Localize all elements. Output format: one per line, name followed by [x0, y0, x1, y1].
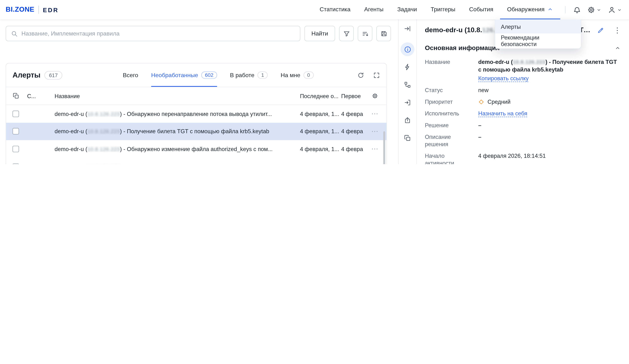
search-box — [6, 26, 300, 41]
last-update-cell: 4 февраля, 1... — [300, 128, 341, 134]
first-seen-cell: 4 февра — [341, 128, 369, 134]
main-info-fields: Название demo-edr-u (10.8.126.223) - Пол… — [425, 58, 621, 164]
filter-icon — [343, 30, 350, 37]
alerts-card-header: Алерты 617 Всего Необработанные 602 В ра… — [6, 63, 386, 87]
assign-to-me-link[interactable]: Назначить на себя — [478, 110, 527, 117]
process-tree-icon[interactable] — [401, 78, 414, 91]
blurred-ip: 10.8.126.223 — [87, 128, 120, 134]
nav-triggers[interactable]: Триггеры — [424, 0, 462, 19]
topbar: BI.ZONE EDR Статистика Агенты Задачи Три… — [0, 0, 629, 19]
select-all-icon[interactable] — [12, 92, 19, 99]
collapse-section-icon[interactable] — [615, 45, 621, 51]
nav-statistics[interactable]: Статистика — [313, 0, 357, 19]
main-nav: Статистика Агенты Задачи Триггеры Событи… — [313, 0, 560, 19]
section-title: Основная информация — [425, 44, 500, 52]
resolution-value: – — [478, 122, 621, 129]
blurred-ip: 10.8.126.223 — [87, 164, 120, 164]
alerts-card: Алерты 617 Всего Необработанные 602 В ра… — [6, 63, 387, 164]
bizone-logo: BI.ZONE — [6, 6, 34, 14]
detections-dropdown-menu: Алерты Рекомендации безопасности — [495, 19, 581, 49]
search-input[interactable] — [21, 30, 295, 37]
tab-all[interactable]: Всего — [123, 63, 138, 87]
logo: BI.ZONE EDR — [6, 0, 59, 19]
dropdown-item-security-recommendations[interactable]: Рекомендации безопасности — [495, 33, 581, 48]
row-checkbox[interactable] — [12, 110, 19, 117]
scrollbar-thumb[interactable] — [383, 131, 385, 164]
copy-link[interactable]: Копировать ссылку — [478, 75, 529, 82]
settings-gear-icon[interactable] — [586, 5, 603, 15]
table-row[interactable]: demo-edr-u (10.8.126.223) - Модификация … — [6, 158, 386, 164]
detail-icon-rail — [399, 19, 417, 164]
blurred-ip: 10.8.126.223 — [87, 146, 120, 152]
lightning-icon[interactable] — [401, 60, 414, 74]
column-header-status[interactable]: С... — [27, 93, 55, 99]
table-row[interactable]: demo-edr-u (10.8.126.223) - Обнаружено и… — [6, 140, 386, 158]
column-header-last-update[interactable]: Последнее о... — [300, 93, 341, 99]
row-menu-icon[interactable]: ⋯ — [371, 163, 378, 164]
first-seen-cell: 4 февра — [341, 110, 369, 117]
more-menu-icon[interactable]: ⋮ — [614, 27, 621, 34]
last-update-cell: 4 февраля, 1... — [300, 110, 341, 117]
search-row: Найти — [6, 26, 391, 41]
find-button[interactable]: Найти — [305, 26, 335, 41]
table-row[interactable]: demo-edr-u (10.8.126.223) - Получение би… — [6, 123, 386, 140]
alerts-total-badge: 617 — [44, 71, 62, 79]
export-icon[interactable] — [401, 113, 414, 127]
notifications-bell-icon[interactable] — [572, 5, 582, 15]
nav-tasks[interactable]: Задачи — [390, 0, 424, 19]
first-seen-cell: 4 февра — [341, 146, 369, 152]
blurred-ip: 10.8.126.223 — [87, 111, 120, 117]
fullscreen-icon[interactable] — [373, 72, 380, 79]
row-checkbox[interactable] — [12, 128, 19, 134]
save-search-button[interactable] — [376, 26, 391, 41]
column-header-first[interactable]: Первое — [341, 93, 369, 99]
topbar-divider — [565, 6, 565, 13]
app: BI.ZONE EDR Статистика Агенты Задачи Три… — [0, 0, 629, 164]
nav-agents[interactable]: Агенты — [357, 0, 390, 19]
tab-assigned-to-me[interactable]: На мне 0 — [281, 63, 314, 87]
product-name: EDR — [43, 6, 59, 13]
alert-name-cell: demo-edr-u (10.8.126.223) - Обнаружено и… — [54, 146, 300, 152]
sort-icon — [361, 30, 368, 37]
refresh-icon[interactable] — [357, 72, 364, 79]
row-menu-icon[interactable]: ⋯ — [371, 128, 378, 135]
priority-diamond-icon — [478, 99, 484, 105]
alerts-tabs: Всего Необработанные 602 В работе 1 На м… — [123, 63, 314, 87]
sign-in-icon[interactable] — [401, 96, 414, 109]
tab-unprocessed[interactable]: Необработанные 602 — [151, 63, 217, 87]
last-update-cell: 4 февраля, 1... — [300, 164, 341, 164]
alert-name-cell: demo-edr-u (10.8.126.223) - Получение би… — [54, 128, 300, 134]
tab-in-progress[interactable]: В работе 1 — [230, 63, 268, 87]
edit-pencil-icon[interactable] — [597, 27, 604, 34]
row-menu-icon[interactable]: ⋯ — [371, 110, 378, 117]
first-seen-cell: 4 февра — [341, 164, 369, 164]
save-icon — [380, 30, 387, 37]
column-header-name[interactable]: Название — [54, 93, 300, 99]
sort-button[interactable] — [358, 26, 372, 41]
user-account-icon[interactable] — [607, 5, 623, 15]
alert-name-cell: demo-edr-u (10.8.126.223) - Модификация … — [54, 164, 300, 164]
dropdown-item-alerts[interactable]: Алерты — [495, 19, 581, 33]
filter-button[interactable] — [339, 26, 354, 41]
priority-value: Средний — [478, 98, 621, 105]
table-row[interactable]: demo-edr-u (10.8.126.223) - Обнаружено п… — [6, 105, 386, 123]
row-menu-icon[interactable]: ⋯ — [371, 146, 378, 153]
chevron-up-icon — [547, 6, 553, 12]
chevron-down-icon — [617, 7, 622, 12]
tab-count-badge: 602 — [201, 72, 217, 79]
row-checkbox[interactable] — [12, 164, 19, 164]
status-value: new — [478, 87, 621, 94]
resolution-desc-value: – — [478, 133, 621, 148]
nav-events[interactable]: События — [462, 0, 500, 19]
tab-count-badge: 1 — [258, 72, 268, 79]
nav-detections[interactable]: Обнаружения — [500, 0, 560, 19]
row-checkbox[interactable] — [12, 146, 19, 152]
copy-icon[interactable] — [401, 131, 414, 145]
alert-name-value: demo-edr-u (10.8.126.223) - Получение би… — [478, 58, 621, 82]
info-icon[interactable] — [401, 42, 414, 56]
table-settings-gear-icon[interactable] — [372, 93, 378, 99]
topbar-icons — [563, 0, 623, 19]
logo-divider — [38, 6, 39, 14]
last-update-cell: 4 февраля, 1... — [300, 146, 341, 152]
collapse-panel-icon[interactable] — [401, 22, 414, 35]
